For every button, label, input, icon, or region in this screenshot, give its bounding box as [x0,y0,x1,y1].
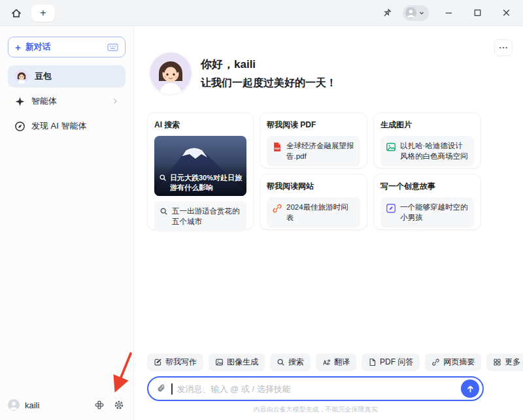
chevron-down-icon [418,10,425,16]
minimize-icon [444,8,454,18]
card-ai-search[interactable]: AI 搜索 [147,112,254,230]
search-icon [277,358,285,366]
edit-icon [154,358,162,366]
chip-web-summary[interactable]: 网页摘要 [425,353,481,371]
card-title: 生成图片 [380,120,474,131]
message-input[interactable] [177,384,457,394]
sidebar-footer: kaili [8,399,124,411]
account-menu[interactable] [403,5,429,21]
chip-translate[interactable]: 翻译 [316,353,356,371]
story-suggestion-item[interactable]: 一个能够穿越时空的小男孩 [380,197,474,228]
chip-pdf-qa[interactable]: PDF 问答 [362,353,420,371]
chip-label: 图像生成 [227,357,258,368]
more-dots-icon [498,42,509,53]
attachment-paperclip-icon[interactable] [156,383,167,394]
chip-write[interactable]: 帮我写作 [147,353,203,371]
maximize-button[interactable] [468,5,486,22]
grid-icon [493,358,501,366]
card-title: 写一个创意故事 [380,181,474,192]
chip-label: 翻译 [334,357,350,368]
chip-label: 帮我写作 [165,357,197,368]
website-suggestion-item[interactable]: 2024最佳旅游时间表 [267,197,360,228]
pdf-suggestion-item[interactable]: PDF 全球经济金融展望报告.pdf [267,136,360,167]
new-tab-button[interactable]: + [31,5,55,22]
greeting-subtitle: 让我们一起度过美好的一天！ [201,76,337,90]
arrow-up-icon [465,384,475,394]
card-generate-image[interactable]: 生成图片 以扎哈·哈迪德设计风格的白色商场空间 [373,112,481,169]
new-chat-button[interactable]: + 新对话 [8,37,126,57]
card-title: 帮我阅读网站 [267,181,360,192]
chip-label: 更多 [505,357,520,368]
story-suggestion-text: 一个能够穿越时空的小男孩 [400,202,469,223]
image-gen-icon [386,142,396,152]
website-suggestion-text: 2024最佳旅游时间表 [286,202,355,223]
card-title: AI 搜索 [154,120,246,131]
greeting-block: 你好，kaili 让我们一起度过美好的一天！ [150,52,337,94]
plus-icon: + [15,42,21,52]
chip-more[interactable]: 更多 [486,353,523,371]
card-creative-story[interactable]: 写一个创意故事 一个能够穿越时空的小男孩 [373,174,481,230]
link-icon [431,358,440,366]
pdf-suggestion-text: 全球经济金融展望报告.pdf [286,141,355,161]
chip-label: 搜索 [288,357,304,368]
doubao-app-window: + [0,0,523,420]
chevron-right-icon [111,97,119,105]
close-button[interactable] [497,5,515,22]
titlebar: + [0,0,523,26]
maximize-icon [473,8,482,18]
card-read-pdf[interactable]: 帮我阅读 PDF PDF 全球经济金融展望报告.pdf [260,112,367,169]
translate-icon [322,358,331,366]
card-title: 帮我阅读 PDF [267,120,360,131]
send-button[interactable] [461,380,479,398]
minimize-button[interactable] [439,5,458,22]
chip-search[interactable]: 搜索 [270,353,311,371]
suggestion-cards: AI 搜索 [147,112,481,230]
image-suggestion-text: 以扎哈·哈迪德设计风格的白色商场空间 [400,141,469,161]
sidebar-item-label: 发现 AI 智能体 [31,120,87,132]
settings-gear-icon[interactable] [114,400,124,410]
pdf-doc-icon [368,358,377,366]
quick-entry-flower-icon[interactable] [94,400,105,410]
image-suggestion-item[interactable]: 以扎哈·哈迪德设计风格的白色商场空间 [380,136,474,167]
doubao-avatar-large [150,52,192,94]
chip-label: 网页摘要 [443,357,475,368]
discover-compass-icon [14,121,25,132]
username-label: kaili [25,400,39,410]
text-cursor [171,383,173,395]
user-avatar [8,399,20,411]
image-icon [215,358,224,366]
sidebar-item-discover-agents[interactable]: 发现 AI 智能体 [8,115,126,137]
sidebar-item-doubao[interactable]: 豆包 [8,65,126,88]
sparkle-icon [14,96,25,107]
more-options-button[interactable] [494,39,513,56]
web-link-icon [272,203,282,214]
keyboard-shortcut-icon [107,42,118,52]
featured-news-text: 日元大跌30%对赴日旅游有什么影响 [170,173,244,192]
account-avatar [405,7,416,18]
home-button[interactable] [8,5,25,22]
home-icon [10,7,22,19]
search-suggestion-item[interactable]: 五一出游适合赏花的五个城市 [154,201,246,232]
sidebar-item-label: 豆包 [35,71,52,82]
pdf-file-icon: PDF [272,142,282,152]
skill-chips: 帮我写作 图像生成 搜索 [147,353,523,371]
new-chat-label: 新对话 [25,41,51,53]
sidebar-item-agents[interactable]: 智能体 [8,90,126,112]
chip-label: PDF 问答 [380,357,413,368]
greeting-title: 你好，kaili [201,57,337,72]
svg-text:PDF: PDF [275,147,280,150]
sidebar-item-label: 智能体 [31,95,57,107]
chip-image-gen[interactable]: 图像生成 [209,353,265,371]
search-suggestion-text: 五一出游适合赏花的五个城市 [172,206,241,227]
search-icon [159,174,167,192]
main-content: 你好，kaili 让我们一起度过美好的一天！ AI 搜索 [134,26,523,420]
pin-icon [382,8,392,18]
featured-news-item[interactable]: 日元大跌30%对赴日旅游有什么影响 [154,136,246,196]
content-disclaimer: 内容由云雀大模型生成，不能完全保障真实 [147,405,484,414]
story-edit-icon [386,203,396,214]
doubao-avatar [14,69,29,84]
pin-button[interactable] [382,8,392,18]
close-icon [501,8,511,18]
card-read-website[interactable]: 帮我阅读网站 2024最佳旅游时间表 [260,174,367,230]
message-input-bar [147,376,484,401]
